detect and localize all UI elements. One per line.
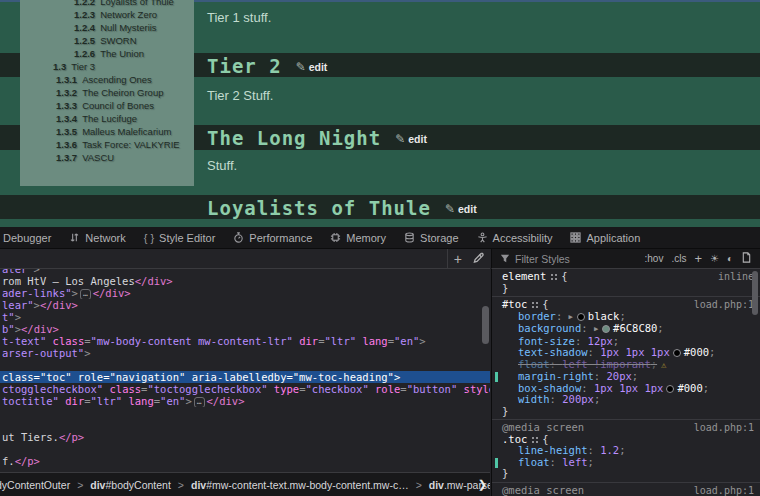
color-swatch[interactable]	[673, 349, 681, 357]
toc-item[interactable]: 1.2.2Loyalists of Thule	[20, 0, 194, 8]
markup-text: ut Tiers.	[2, 431, 59, 443]
toc-item[interactable]: 1.2.3Network Zero	[20, 8, 194, 21]
toc-link[interactable]: Ascending Ones	[82, 73, 194, 86]
css-declaration[interactable]: float: left;	[502, 457, 760, 469]
rules-scrollbar[interactable]	[752, 271, 758, 315]
collapsed-text-icon[interactable]: …	[194, 397, 205, 407]
breadcrumb-item[interactable]: div#bodyContent	[88, 479, 173, 491]
markup-text: ctogglecheckbox"	[2, 383, 103, 395]
css-declaration[interactable]: width: 200px;	[502, 394, 760, 406]
toc-item[interactable]: 1.3.2The Cheiron Group	[20, 86, 194, 99]
markup-row[interactable]: toctitle" dir="ltr" lang="en">…</div>	[0, 395, 490, 407]
tab-application[interactable]: Application	[561, 227, 649, 249]
toc-link[interactable]: The Lucifuge	[82, 112, 194, 125]
filter-styles-input[interactable]: Filter Styles	[500, 253, 640, 265]
edit-link[interactable]: ✎edit	[296, 61, 328, 73]
markup-row[interactable]	[0, 359, 490, 371]
markup-row[interactable]: ctogglecheckbox" class="toctogglecheckbo…	[0, 383, 490, 395]
toc-item[interactable]: 1.3.6Task Force: VALKYRIE	[20, 138, 194, 151]
toc-link[interactable]: Loyalists of Thule	[100, 0, 194, 8]
breadcrumb-item[interactable]: div#mw-content-text.mw-body-content.mw-c…	[189, 479, 411, 491]
toc-link[interactable]: Council of Bones	[82, 99, 194, 112]
eyedropper-icon[interactable]	[472, 252, 484, 266]
toc-item[interactable]: 1.2.6The Union	[20, 47, 194, 60]
markup-row[interactable]: arser-output">	[0, 347, 490, 359]
color-swatch[interactable]	[666, 385, 674, 393]
toc-item[interactable]: 1.2.4Null Mysteriis	[20, 21, 194, 34]
toc-item[interactable]: 1.3.1Ascending Ones	[20, 73, 194, 86]
markup-scrollbar[interactable]	[482, 306, 489, 344]
add-rule-button[interactable]: +	[690, 251, 706, 266]
markup-row[interactable]: ader-links">…</div>	[0, 287, 490, 299]
tab-label: Accessibility	[493, 232, 553, 244]
toc-link[interactable]: SWORN	[100, 34, 194, 47]
markup-text: t"	[2, 311, 15, 323]
open-brace: {	[542, 433, 548, 445]
toc-number: 1.3.4	[56, 112, 77, 125]
edit-link[interactable]: ✎edit	[445, 203, 477, 215]
tab-network[interactable]: Network	[60, 227, 134, 249]
tab-label: Style Editor	[159, 232, 215, 244]
toc-item[interactable]: 1.2.5SWORN	[20, 34, 194, 47]
tab-label: Network	[85, 232, 125, 244]
toc-link[interactable]: Tier 3	[71, 60, 194, 73]
light-theme-icon[interactable]: ☀	[706, 253, 723, 264]
highlighter-toggle-icon[interactable]	[550, 273, 557, 280]
toc-item[interactable]: 1.3.3Council of Bones	[20, 99, 194, 112]
markup-row[interactable]	[0, 443, 490, 455]
markup-view[interactable]: ater">rom HtV — Los Angeles</div>ader-li…	[0, 269, 490, 472]
breadcrumb-item[interactable]: dyContentOuter	[0, 479, 72, 491]
markup-text: >	[419, 335, 425, 347]
toc-link[interactable]: Null Mysteriis	[100, 21, 194, 34]
tab-performance[interactable]: Performance	[224, 227, 321, 249]
breadcrumb-scroll-arrow[interactable]: ❯	[478, 478, 487, 491]
color-swatch[interactable]	[602, 325, 610, 333]
property-value: 1px 1px 1px	[600, 346, 670, 358]
tab-debugger[interactable]: Debugger	[0, 227, 60, 249]
tab-style-editor[interactable]: { }Style Editor	[135, 227, 225, 249]
toc-link[interactable]: Network Zero	[100, 8, 194, 21]
markup-row[interactable]	[0, 419, 490, 431]
toc-link[interactable]: Task Force: VALKYRIE	[82, 138, 194, 151]
markup-row[interactable]: f.</p>	[0, 455, 490, 467]
edit-link[interactable]: ✎edit	[395, 133, 427, 145]
toc-link[interactable]: The Union	[100, 47, 194, 60]
markup-row[interactable]	[0, 407, 490, 419]
markup-row[interactable]: t">	[0, 311, 490, 323]
highlighter-toggle-icon[interactable]	[531, 436, 538, 443]
tab-accessibility[interactable]: Accessibility	[468, 227, 562, 249]
tab-storage[interactable]: Storage	[395, 227, 468, 249]
stylesheet-link[interactable]: load.php:1	[694, 422, 754, 434]
toc-item[interactable]: 1.3.4The Lucifuge	[20, 112, 194, 125]
property-value: #000	[684, 346, 709, 358]
tab-memory[interactable]: Memory	[321, 227, 395, 249]
class-toggle-button[interactable]: .cls	[667, 253, 690, 264]
highlighter-toggle-icon[interactable]	[531, 301, 538, 308]
semicolon: ;	[703, 382, 709, 394]
toc-item[interactable]: 1.3.5Malleus Maleficarium	[20, 125, 194, 138]
rule-selector[interactable]: element{inline	[502, 271, 760, 283]
toc-link[interactable]: Malleus Maleficarium	[82, 125, 194, 138]
collapsed-text-icon[interactable]: …	[80, 289, 91, 299]
toc-item[interactable]: 1.3Tier 3	[20, 60, 194, 73]
rules-view[interactable]: element{inline}#toc{load.php:1border: ▶b…	[491, 269, 760, 496]
markup-row[interactable]: ut Tiers.</p>	[0, 431, 490, 443]
pseudo-class-button[interactable]: :hov	[640, 253, 667, 264]
declaration-text: float: left !imporant;	[518, 358, 657, 370]
semicolon: ;	[588, 456, 594, 468]
markup-row[interactable]: rom HtV — Los Angeles</div>	[0, 275, 490, 287]
declaration-text: font-size: 12px;	[518, 335, 619, 347]
markup-row[interactable]: b"></div>	[0, 323, 490, 335]
markup-text: role	[375, 383, 400, 395]
add-node-button[interactable]: +	[454, 252, 462, 266]
color-scheme-icon[interactable]: ◐	[723, 253, 737, 264]
markup-row[interactable]: t-text" class="mw-body-content mw-conten…	[0, 335, 490, 347]
toc-link[interactable]: VASCU	[82, 151, 194, 164]
markup-row[interactable]: lear"></div>	[0, 299, 490, 311]
toc-item[interactable]: 1.3.7VASCU	[20, 151, 194, 164]
toc-link[interactable]: The Cheiron Group	[82, 86, 194, 99]
markup-row-selected[interactable]: class="toc" role="navigation" aria-label…	[0, 371, 490, 383]
color-swatch[interactable]	[577, 313, 585, 321]
stylesheet-link[interactable]: load.php:1	[694, 299, 754, 311]
print-media-icon[interactable]	[737, 252, 756, 265]
